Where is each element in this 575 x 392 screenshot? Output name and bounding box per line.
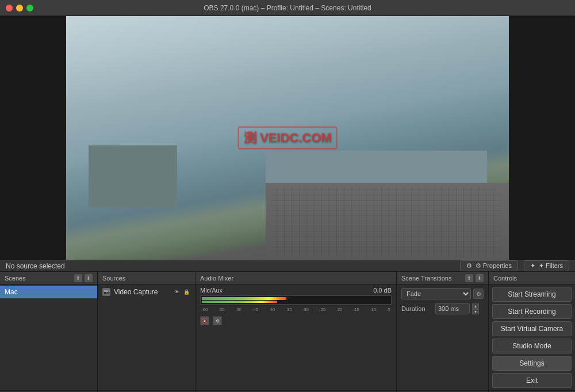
audio-channel-name: Mic/Aux bbox=[200, 287, 223, 294]
controls-title: Controls bbox=[493, 275, 517, 282]
exit-button[interactable]: Exit bbox=[492, 373, 572, 388]
fade-select[interactable]: Fade bbox=[401, 288, 471, 299]
scenes-import-icon[interactable]: ⬇ bbox=[85, 274, 93, 282]
cars-pattern bbox=[270, 187, 500, 257]
duration-row: Duration ▲ ▼ bbox=[401, 303, 484, 314]
properties-tab[interactable]: ⚙ ⚙ Properties bbox=[460, 260, 518, 271]
audio-db-value: 0.0 dB bbox=[373, 287, 392, 294]
main-area: 测 VEIDC.COM No source selected ⚙ ⚙ Prope… bbox=[0, 16, 575, 392]
filters-tab[interactable]: ✦ ✦ Filters bbox=[524, 260, 569, 271]
scenes-header: Scenes ⬆ ⬇ bbox=[0, 272, 97, 285]
sources-title: Sources bbox=[102, 275, 125, 282]
source-item-video-capture[interactable]: 📷 Video Capture 👁 🔒 bbox=[98, 286, 195, 298]
audio-meter bbox=[200, 295, 392, 305]
maximize-button[interactable] bbox=[26, 5, 33, 11]
no-source-bar: No source selected ⚙ ⚙ Properties ✦ ✦ Fi… bbox=[0, 260, 575, 272]
studio-mode-button[interactable]: Studio Mode bbox=[492, 339, 572, 353]
audio-scale: -60 -55 -50 -45 -40 -35 -30 -25 -20 -1 bbox=[200, 307, 392, 312]
scenes-panel-inner: Scenes ⬆ ⬇ Mac bbox=[0, 272, 97, 390]
window-controls[interactable] bbox=[6, 5, 33, 11]
sources-list: 📷 Video Capture 👁 🔒 bbox=[98, 285, 195, 390]
audio-mixer-title: Audio Mixer bbox=[200, 275, 233, 282]
harbor-scene: 测 VEIDC.COM bbox=[66, 16, 509, 260]
sources-panel: Sources 📷 Video Capture 👁 🔒 bbox=[98, 272, 195, 392]
source-actions: 👁 🔒 bbox=[172, 288, 190, 296]
watermark: 测 VEIDC.COM bbox=[238, 126, 338, 149]
scene-transitions-panel: Scene Transitions ⬆ ⬇ Fade ⚙ bbox=[397, 272, 489, 392]
source-item-label: Video Capture bbox=[114, 288, 158, 296]
transitions-export-icon[interactable]: ⬆ bbox=[465, 274, 473, 282]
audio-content: Mic/Aux 0.0 dB -60 -55 bbox=[195, 285, 396, 390]
no-source-text: No source selected bbox=[6, 262, 454, 270]
transitions-import-icon[interactable]: ⬇ bbox=[476, 274, 484, 282]
bottom-panel: No source selected ⚙ ⚙ Properties ✦ ✦ Fi… bbox=[0, 260, 575, 392]
audio-channel-header: Mic/Aux 0.0 dB bbox=[200, 287, 392, 294]
source-visibility-icon[interactable]: 👁 bbox=[172, 288, 181, 296]
scene-item-mac[interactable]: Mac bbox=[0, 286, 97, 298]
audio-controls: 🔇 ⚙ bbox=[200, 316, 392, 325]
preview-canvas: 测 VEIDC.COM bbox=[66, 16, 509, 260]
building-left bbox=[89, 145, 177, 207]
source-lock-icon[interactable]: 🔒 bbox=[182, 288, 190, 296]
minimize-button[interactable] bbox=[16, 5, 23, 11]
scene-transitions-title: Scene Transitions bbox=[401, 275, 451, 282]
scenes-panel: Scenes ⬆ ⬇ Mac + bbox=[0, 272, 98, 392]
close-button[interactable] bbox=[6, 5, 13, 11]
transition-content: Fade ⚙ Duration ▲ ▼ bbox=[397, 285, 488, 390]
audio-mixer-header: Audio Mixer bbox=[195, 272, 396, 285]
audio-mute-button[interactable]: 🔇 bbox=[200, 316, 209, 325]
controls-content: Start Streaming Start Recording Start Vi… bbox=[489, 285, 575, 390]
duration-down-arrow[interactable]: ▼ bbox=[472, 309, 479, 314]
sources-panel-inner: Sources 📷 Video Capture 👁 🔒 bbox=[98, 272, 195, 390]
titlebar: OBS 27.0.0 (mac) – Profile: Untitled – S… bbox=[0, 0, 575, 16]
audio-mixer-panel: Audio Mixer Mic/Aux 0.0 dB bbox=[195, 272, 397, 392]
preview-area: 测 VEIDC.COM bbox=[0, 16, 575, 260]
audio-channel: Mic/Aux 0.0 dB -60 -55 bbox=[200, 287, 392, 325]
controls-panel: Controls Start Streaming Start Recording… bbox=[489, 272, 575, 392]
audio-settings-button[interactable]: ⚙ bbox=[213, 316, 222, 325]
fade-row: Fade ⚙ bbox=[401, 288, 484, 299]
duration-up-arrow[interactable]: ▲ bbox=[472, 303, 479, 309]
boats-area bbox=[266, 151, 487, 188]
audio-mixer-inner: Audio Mixer Mic/Aux 0.0 dB bbox=[195, 272, 396, 390]
panels-main: Scenes ⬆ ⬇ Mac + bbox=[0, 272, 575, 392]
scenes-title: Scenes bbox=[5, 275, 26, 282]
fade-gear-button[interactable]: ⚙ bbox=[473, 289, 484, 299]
scenes-header-icons: ⬆ ⬇ bbox=[74, 274, 93, 282]
scene-item-label: Mac bbox=[5, 288, 18, 296]
filter-icon: ✦ bbox=[530, 262, 535, 270]
settings-button[interactable]: Settings bbox=[492, 356, 572, 371]
audio-meter-bar-right bbox=[202, 301, 277, 303]
start-recording-button[interactable]: Start Recording bbox=[492, 304, 572, 319]
preview-image: 测 VEIDC.COM bbox=[66, 16, 509, 260]
gear-icon: ⚙ bbox=[466, 262, 472, 270]
start-streaming-button[interactable]: Start Streaming bbox=[492, 287, 572, 302]
audio-meter-bar-left bbox=[202, 297, 286, 300]
start-virtual-camera-button[interactable]: Start Virtual Camera bbox=[492, 321, 572, 336]
scene-transitions-inner: Scene Transitions ⬆ ⬇ Fade ⚙ bbox=[397, 272, 488, 390]
scene-transitions-header: Scene Transitions ⬆ ⬇ bbox=[397, 272, 488, 285]
scenes-list: Mac bbox=[0, 285, 97, 390]
controls-panel-inner: Controls Start Streaming Start Recording… bbox=[489, 272, 575, 390]
controls-header: Controls bbox=[489, 272, 575, 285]
scenes-export-icon[interactable]: ⬆ bbox=[74, 274, 82, 282]
sources-header: Sources bbox=[98, 272, 195, 285]
source-type-icon: 📷 bbox=[102, 288, 110, 296]
duration-input[interactable] bbox=[435, 303, 470, 314]
panels-area: Scenes ⬆ ⬇ Mac + bbox=[0, 272, 575, 392]
duration-spinbox-arrows: ▲ ▼ bbox=[472, 303, 479, 314]
duration-label: Duration bbox=[401, 305, 433, 312]
window-title: OBS 27.0.0 (mac) – Profile: Untitled – S… bbox=[204, 4, 371, 12]
